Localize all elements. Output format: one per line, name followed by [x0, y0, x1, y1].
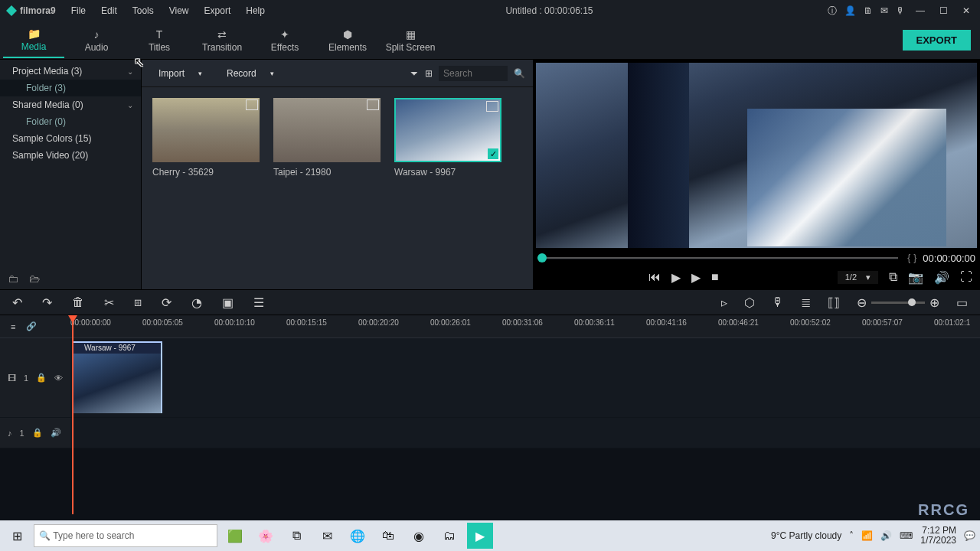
tab-media[interactable]: 📁Media [3, 23, 64, 58]
tab-titles[interactable]: TTitles [129, 23, 190, 58]
taskbar-app-2[interactable]: 🌸 [253, 523, 279, 549]
compare-icon[interactable]: ⧉ [889, 270, 897, 284]
sidebar-project-media[interactable]: Project Media (3)⌄ [0, 63, 141, 80]
taskbar-search[interactable]: 🔍 Type here to search [34, 524, 217, 547]
adjust-button[interactable]: ☰ [253, 295, 264, 310]
menu-edit[interactable]: Edit [95, 4, 123, 18]
video-lane[interactable]: Warsaw - 9967 [70, 338, 980, 417]
crop-button[interactable]: ⧆ [134, 295, 142, 309]
fullscreen-icon[interactable]: ⛶ [960, 270, 972, 284]
sidebar-sample-colors[interactable]: Sample Colors (15) [0, 130, 141, 147]
menu-export[interactable]: Export [198, 4, 237, 18]
voiceover-icon[interactable]: 🎙 [772, 295, 784, 309]
play-button[interactable]: ▶ [671, 270, 681, 285]
media-clip-warsaw[interactable]: ✓ Warsaw - 9967 [394, 98, 501, 178]
speed-button[interactable]: ⟳ [162, 295, 172, 310]
delete-folder-icon[interactable]: 🗁 [29, 272, 40, 285]
mic-icon[interactable]: 🎙 [896, 5, 905, 16]
sidebar-folder-0[interactable]: Folder (0) [0, 113, 141, 130]
playhead[interactable] [72, 315, 74, 514]
record-dropdown[interactable]: Record▾ [217, 65, 283, 82]
notifications-icon[interactable]: 💬 [964, 530, 975, 541]
menu-file[interactable]: File [65, 4, 92, 18]
undo-button[interactable]: ↶ [12, 295, 22, 310]
timeline-clip-warsaw[interactable]: Warsaw - 9967 [72, 341, 162, 413]
delete-button[interactable]: 🗑 [72, 295, 84, 309]
tray-volume-icon[interactable]: 🔊 [880, 530, 892, 541]
grid-icon[interactable]: ⊞ [425, 68, 433, 79]
edge-icon[interactable]: 🌐 [345, 523, 371, 549]
time-ruler[interactable]: 00:00:00:00 00:00:05:05 00:00:10:10 00:0… [70, 315, 980, 338]
filmora-icon[interactable]: ▶ [467, 523, 493, 549]
media-clip-taipei[interactable]: Taipei - 21980 [273, 98, 381, 178]
tray-language-icon[interactable]: ⌨ [900, 530, 913, 541]
maximize-button[interactable]: ☐ [936, 5, 951, 16]
menu-view[interactable]: View [163, 4, 195, 18]
user-icon[interactable]: 👤 [844, 5, 856, 16]
play-forward-button[interactable]: ▶ [691, 270, 701, 285]
tab-elements[interactable]: ⬢Elements [317, 23, 378, 58]
new-folder-icon[interactable]: 🗀 [8, 272, 18, 285]
render-icon[interactable]: ▹ [721, 295, 727, 310]
timeline-zoom-slider[interactable] [871, 302, 925, 304]
tray-chevron-icon[interactable]: ˄ [849, 530, 854, 541]
chrome-icon[interactable]: ◉ [406, 523, 432, 549]
color-button[interactable]: ◔ [191, 295, 202, 310]
preview-viewport[interactable] [536, 63, 977, 248]
taskbar-date[interactable]: 1/7/2023 [920, 536, 956, 546]
explorer-icon[interactable]: 🗂 [436, 523, 462, 549]
volume-icon[interactable]: 🔊 [934, 270, 949, 285]
save-icon[interactable]: 🗎 [864, 5, 873, 16]
fit-icon[interactable]: ▭ [956, 295, 968, 310]
snapshot-icon[interactable]: 📷 [908, 270, 923, 285]
mark-in-icon[interactable]: { [907, 253, 910, 263]
mute-icon[interactable]: 🔊 [51, 428, 61, 438]
weather-widget[interactable]: 9°C Partly cloudy [771, 530, 841, 541]
visibility-icon[interactable]: 👁 [54, 373, 63, 383]
menu-tools[interactable]: Tools [126, 4, 160, 18]
start-button[interactable]: ⊞ [5, 523, 29, 548]
redo-button[interactable]: ↷ [42, 295, 52, 310]
tab-effects[interactable]: ✦Effects [254, 23, 315, 58]
close-button[interactable]: ✕ [959, 5, 974, 16]
lock-icon[interactable]: 🔒 [36, 373, 47, 383]
marker-icon[interactable]: ⬡ [744, 295, 755, 310]
minimize-button[interactable]: — [913, 5, 928, 16]
search-input[interactable] [439, 66, 508, 81]
tab-audio[interactable]: ♪Audio [66, 23, 127, 58]
zoom-knob[interactable] [908, 298, 916, 306]
sidebar-folder-3[interactable]: Folder (3) [0, 80, 141, 96]
zoom-out-icon[interactable]: ⊖ [857, 295, 867, 310]
taskbar-app-1[interactable]: 🟩 [222, 523, 248, 549]
filter-icon[interactable]: ⏷ [410, 68, 419, 79]
green-screen-button[interactable]: ▣ [222, 295, 234, 310]
task-view-icon[interactable]: ⧉ [283, 523, 309, 549]
range-icon[interactable]: ⟦⟧ [828, 295, 840, 310]
mixer-icon[interactable]: ≣ [801, 295, 811, 310]
mail-icon[interactable]: ✉ [880, 5, 888, 16]
stop-button[interactable]: ■ [711, 270, 719, 284]
media-clip-cherry[interactable]: Cherry - 35629 [152, 98, 260, 178]
menu-help[interactable]: Help [240, 4, 271, 18]
sidebar-sample-video[interactable]: Sample Video (20) [0, 147, 141, 164]
prev-frame-button[interactable]: ⏮ [648, 270, 661, 284]
import-dropdown[interactable]: Import▾ [149, 65, 211, 82]
export-button[interactable]: EXPORT [903, 30, 971, 51]
link-icon[interactable]: 🔗 [26, 321, 37, 331]
preview-scrubber[interactable] [537, 257, 898, 259]
scrubber-knob[interactable] [537, 253, 547, 262]
cut-button[interactable]: ✂ [104, 295, 114, 310]
preview-zoom-dropdown[interactable]: 1/2▾ [838, 271, 878, 284]
lock-icon[interactable]: 🔒 [32, 428, 43, 438]
audio-lane[interactable] [70, 418, 980, 448]
mail-icon[interactable]: ✉ [314, 523, 340, 549]
sidebar-shared-media[interactable]: Shared Media (0)⌄ [0, 96, 141, 113]
store-icon[interactable]: 🛍 [375, 523, 401, 549]
manage-tracks-icon[interactable]: ≡ [11, 322, 15, 331]
info-icon[interactable]: ⓘ [828, 5, 837, 18]
mark-out-icon[interactable]: } [913, 253, 916, 263]
zoom-in-icon[interactable]: ⊕ [929, 295, 939, 310]
tray-network-icon[interactable]: 📶 [861, 530, 873, 541]
tab-split-screen[interactable]: ▦Split Screen [380, 23, 441, 58]
tab-transition[interactable]: ⇄Transition [191, 23, 253, 58]
